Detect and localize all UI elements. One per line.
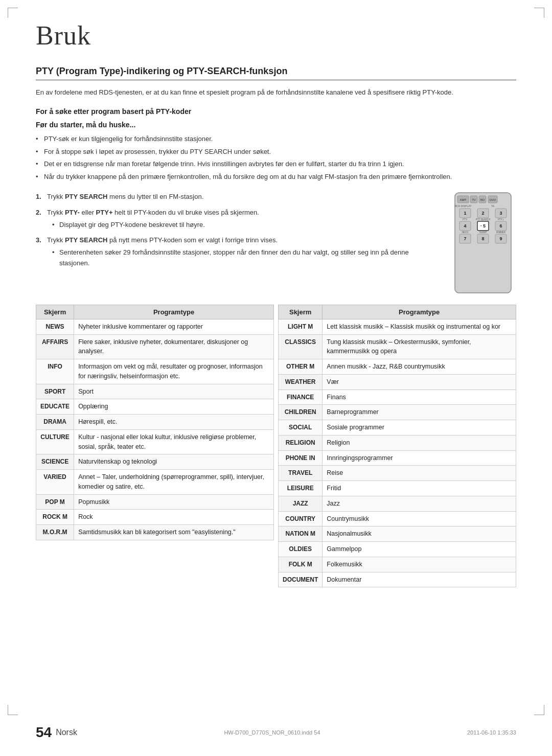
program-cell: Dokumentar — [323, 572, 516, 587]
remote-column: AMP TV BD DVD RCD DISPLAY TA 1 2 — [450, 192, 516, 295]
intro-text: En av fordelene med RDS-tjenesten, er at… — [36, 87, 516, 98]
step-num-3: 3. — [36, 235, 47, 268]
steps-column: 1. Trykk PTY SEARCH mens du lytter til e… — [36, 192, 440, 295]
program-cell: Jazz — [323, 496, 516, 511]
table-row: LIGHT MLett klassisk musikk – Klassisk m… — [279, 319, 516, 334]
table-row: FINANCEFinans — [279, 390, 516, 405]
svg-text:9: 9 — [499, 236, 502, 241]
table-row: ROCK MRock — [36, 510, 274, 525]
program-cell: Barneprogrammer — [323, 405, 516, 420]
table-row: COUNTRYCountrymusikk — [279, 511, 516, 526]
program-cell: Vær — [323, 374, 516, 390]
screen-cell: COUNTRY — [279, 511, 323, 526]
screen-cell: PHONE IN — [279, 450, 323, 466]
screen-cell: CULTURE — [36, 429, 74, 454]
program-cell: Innringingsprogrammer — [323, 450, 516, 466]
screen-cell: M.O.R.M — [36, 525, 74, 540]
table-row: CLASSICSTung klassisk musikk – Orkesterm… — [279, 334, 516, 359]
right-table: Skjerm Programtype LIGHT MLett klassisk … — [278, 305, 516, 588]
left-table: Skjerm Programtype NEWSNyheter inklusive… — [36, 305, 274, 540]
program-cell: Gammelpop — [323, 542, 516, 557]
table-row: SPORTSport — [36, 384, 274, 399]
screen-cell: SOCIAL — [279, 420, 323, 436]
right-col2-header: Programtype — [323, 305, 516, 319]
screen-cell: NEWS — [36, 319, 74, 334]
screen-cell: VARIED — [36, 470, 74, 495]
svg-text:PTY SEARCH: PTY SEARCH — [476, 218, 491, 221]
step-2-bold1: PTY- — [65, 209, 80, 216]
table-row: INFOInformasjon om vekt og mål, resultat… — [36, 359, 274, 384]
svg-text:DVD: DVD — [490, 198, 496, 201]
step-2-sub-item: Displayet gir deg PTY-kodene beskrevet t… — [52, 220, 440, 231]
page-container: Bruk PTY (Program Type)-indikering og PT… — [0, 0, 552, 756]
screen-cell: DOCUMENT — [279, 572, 323, 587]
step-1-content: Trykk PTY SEARCH mens du lytter til en F… — [47, 192, 440, 202]
program-cell: Reise — [323, 466, 516, 481]
screen-cell: CHILDREN — [279, 405, 323, 420]
svg-text:PTY+: PTY+ — [498, 218, 504, 221]
table-left: Skjerm Programtype NEWSNyheter inklusive… — [36, 305, 274, 588]
screen-cell: ROCK M — [36, 510, 74, 525]
program-cell: Nasjonalmusikk — [323, 526, 516, 542]
footer-file: HW-D700_D770S_NOR_0610.indd 54 — [224, 729, 320, 736]
table-row: PHONE INInnringingsprogrammer — [279, 450, 516, 466]
svg-text:TV: TV — [472, 198, 476, 201]
bullet-item-2: For å stoppe søk i løpet av prosessen, t… — [36, 147, 516, 157]
page-lang: Norsk — [56, 728, 77, 737]
program-cell: Flere saker, inklusive nyheter, dokument… — [74, 334, 274, 359]
svg-text:2: 2 — [481, 211, 484, 216]
section-heading: PTY (Program Type)-indikering og PTY-SEA… — [36, 66, 516, 80]
program-cell: Hørespill, etc. — [74, 415, 274, 430]
screen-cell: EDUCATE — [36, 399, 74, 415]
table-row: JAZZJazz — [279, 496, 516, 511]
corner-mark-tl — [8, 8, 18, 18]
bullet-item-3: Det er en tidsgrense når man foretar føl… — [36, 159, 516, 170]
table-row: LEISUREFritid — [279, 481, 516, 496]
step-2-bold2: PTY+ — [96, 209, 113, 216]
table-row: SCIENCENaturvitenskap og teknologi — [36, 454, 274, 470]
screen-cell: RELIGION — [279, 435, 323, 450]
program-cell: Countrymusikk — [323, 511, 516, 526]
sub-heading-remember: Før du starter, må du huske... — [36, 121, 516, 129]
corner-mark-tr — [534, 8, 544, 18]
table-row: OTHER MAnnen musikk - Jazz, R&B countrym… — [279, 359, 516, 375]
svg-text:TA: TA — [491, 204, 495, 208]
svg-text:SLEEP: SLEEP — [479, 231, 487, 234]
svg-text:· 5: · 5 — [480, 223, 486, 228]
screen-cell: FINANCE — [279, 390, 323, 405]
svg-text:BD: BD — [480, 198, 485, 201]
table-row: WEATHERVær — [279, 374, 516, 390]
bullet-list: PTY-søk er kun tilgjengelig for forhånds… — [36, 134, 516, 182]
table-row: CULTUREKultur - nasjonal eller lokal kul… — [36, 429, 274, 454]
table-right: Skjerm Programtype LIGHT MLett klassisk … — [278, 305, 516, 588]
step-num-1: 1. — [36, 192, 47, 202]
svg-text:DIMMER: DIMMER — [496, 231, 506, 234]
program-cell: Tung klassisk musikk – Orkestermusikk, s… — [323, 334, 516, 359]
corner-mark-bl — [8, 705, 18, 715]
page-number: 54 — [36, 724, 52, 741]
svg-text:AMP: AMP — [459, 198, 466, 201]
svg-text:1: 1 — [464, 211, 466, 216]
table-row: RELIGIONReligion — [279, 435, 516, 450]
table-section: Skjerm Programtype NEWSNyheter inklusive… — [36, 305, 516, 588]
screen-cell: INFO — [36, 359, 74, 384]
step-3-bold: PTY SEARCH — [65, 236, 108, 244]
screen-cell: WEATHER — [279, 374, 323, 390]
step-2: 2. Trykk PTY- eller PTY+ helt til PTY-ko… — [36, 208, 440, 231]
screen-cell: CLASSICS — [279, 334, 323, 359]
table-row: EDUCATEOpplæring — [36, 399, 274, 415]
screen-cell: SPORT — [36, 384, 74, 399]
table-row: OLDIESGammelpop — [279, 542, 516, 557]
step-3: 3. Trykk PTY SEARCH på nytt mens PTY-kod… — [36, 235, 440, 268]
screen-cell: DRAMA — [36, 415, 74, 430]
sub-heading-search: For å søke etter program basert på PTY-k… — [36, 107, 516, 116]
svg-text:4: 4 — [464, 223, 466, 228]
screen-cell: FOLK M — [279, 557, 323, 572]
screen-cell: TRAVEL — [279, 466, 323, 481]
screen-cell: AFFAIRS — [36, 334, 74, 359]
screen-cell: SCIENCE — [36, 454, 74, 470]
right-col1-header: Skjerm — [279, 305, 323, 319]
program-cell: Folkemusikk — [323, 557, 516, 572]
program-cell: Naturvitenskap og teknologi — [74, 454, 274, 470]
program-cell: Opplæring — [74, 399, 274, 415]
